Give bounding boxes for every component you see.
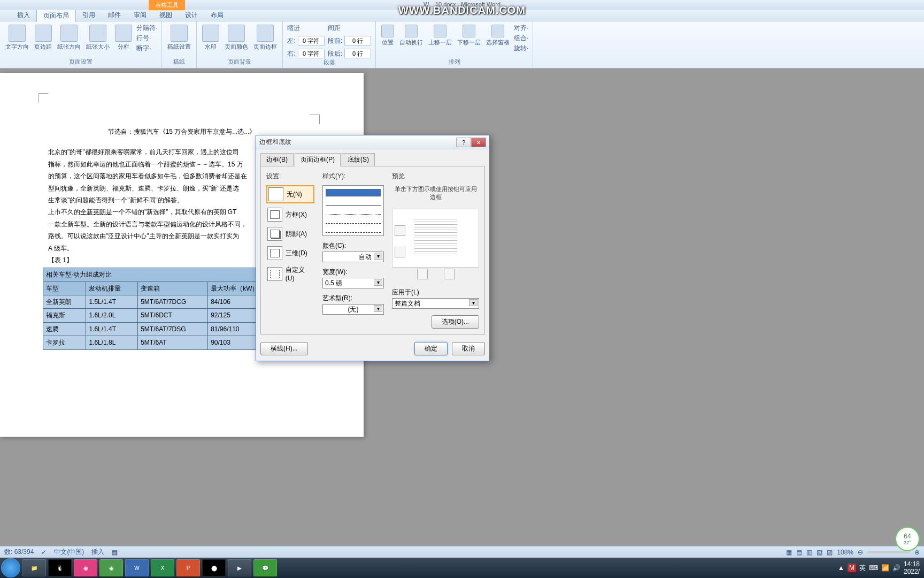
task-app2[interactable]: ◉ <box>99 559 123 576</box>
close-button[interactable]: × <box>471 138 486 147</box>
start-button[interactable] <box>1 558 20 577</box>
tab-review[interactable]: 审阅 <box>127 9 153 21</box>
task-excel[interactable]: X <box>151 559 174 576</box>
task-explorer[interactable]: 📁 <box>22 559 46 576</box>
setting-custom[interactable]: 自定义(U) <box>266 264 314 283</box>
btn-send-backward[interactable]: 下移一层 <box>456 24 482 48</box>
btn-size[interactable]: 纸张大小 <box>85 24 111 52</box>
tray-network-icon[interactable]: 📶 <box>881 564 889 572</box>
options-button[interactable]: 选项(O)... <box>432 315 479 329</box>
btn-text-direction[interactable]: 文字方向 <box>4 24 30 52</box>
spacing-before[interactable] <box>344 36 371 45</box>
color-combo[interactable]: 自动 <box>322 252 384 262</box>
insert-mode[interactable]: 插入 <box>91 547 104 557</box>
btn-line-numbers[interactable]: 行号· <box>136 34 157 43</box>
view-draft[interactable]: ▨ <box>827 549 833 556</box>
language[interactable]: 中文(中国) <box>54 547 84 557</box>
art-combo[interactable]: (无) <box>322 304 384 315</box>
borders-shading-dialog: 边框和底纹 ? × 边框(B) 页面边框(P) 底纹(S) 设置: 无(N) 方… <box>256 135 490 361</box>
indent-left[interactable] <box>298 36 325 45</box>
style-item[interactable] <box>326 207 381 215</box>
help-button[interactable]: ? <box>456 138 471 147</box>
style-item[interactable] <box>326 234 381 236</box>
macro-icon[interactable]: ▦ <box>112 549 118 556</box>
task-word[interactable]: W <box>125 559 149 576</box>
setting-none[interactable]: 无(N) <box>266 185 314 203</box>
preview-doc-icon <box>414 219 457 256</box>
style-item[interactable] <box>326 216 381 224</box>
tray-ime-icon[interactable]: 英 <box>859 564 866 573</box>
btn-group[interactable]: 组合· <box>514 34 528 43</box>
zoom-out[interactable]: ⊖ <box>858 549 863 556</box>
preview-label: 预览 <box>392 172 479 181</box>
setting-box[interactable]: 方框(X) <box>266 207 314 223</box>
ok-button[interactable]: 确定 <box>414 342 448 355</box>
btn-hyphenation[interactable]: 断字· <box>136 44 157 53</box>
btn-columns[interactable]: 分栏 <box>114 24 133 52</box>
style-item[interactable] <box>326 198 381 206</box>
task-wechat[interactable]: 💬 <box>253 559 277 576</box>
tab-references[interactable]: 引用 <box>76 9 102 21</box>
tab-view[interactable]: 视图 <box>153 9 179 21</box>
cancel-button[interactable]: 取消 <box>452 342 485 355</box>
spacing-after[interactable] <box>344 49 371 58</box>
tray-volume-icon[interactable]: 🔊 <box>892 564 900 572</box>
tab-borders[interactable]: 边框(B) <box>260 153 294 166</box>
tab-shading[interactable]: 底纹(S) <box>342 153 375 166</box>
btn-page-color[interactable]: 页面颜色 <box>224 24 249 52</box>
task-qq[interactable]: 🐧 <box>48 559 72 576</box>
preview-border-left[interactable] <box>417 269 428 279</box>
group-manuscript: 稿纸设置 稿纸 <box>162 21 197 68</box>
width-combo[interactable]: 0.5 磅 <box>322 278 384 288</box>
tab-page-border[interactable]: 页面边框(P) <box>295 153 341 166</box>
btn-breaks[interactable]: 分隔符· <box>136 24 157 33</box>
zoom-slider[interactable] <box>867 551 910 553</box>
view-web[interactable]: ▥ <box>806 549 812 556</box>
btn-align[interactable]: 对齐· <box>514 24 528 33</box>
view-print[interactable]: ▦ <box>786 549 792 556</box>
tray-m-icon[interactable]: M <box>848 564 856 572</box>
btn-position[interactable]: 位置 <box>380 24 395 48</box>
tab-insert[interactable]: 插入 <box>11 9 36 21</box>
task-app1[interactable]: ◉ <box>74 559 97 576</box>
tab-design[interactable]: 设计 <box>179 9 204 21</box>
zoom-in[interactable]: ⊕ <box>914 549 920 556</box>
proofing-icon[interactable]: ✓ <box>41 549 47 556</box>
preview-border-top[interactable] <box>395 225 405 236</box>
btn-orientation[interactable]: 纸张方向 <box>56 24 82 52</box>
style-item[interactable] <box>326 189 381 196</box>
btn-wrap[interactable]: 自动换行 <box>398 24 424 48</box>
preview-border-right[interactable] <box>444 269 455 279</box>
btn-rotate[interactable]: 旋转· <box>514 44 528 53</box>
tray-time[interactable]: 14:18 <box>904 560 920 568</box>
style-listbox[interactable] <box>322 185 384 236</box>
btn-bring-forward[interactable]: 上移一层 <box>427 24 453 48</box>
tray-keyboard-icon[interactable]: ⌨ <box>869 564 878 572</box>
tray-date[interactable]: 2022/ <box>904 568 920 575</box>
btn-watermark[interactable]: 水印 <box>201 24 220 52</box>
apply-combo[interactable]: 整篇文档 <box>392 298 479 309</box>
hline-button[interactable]: 横线(H)... <box>260 342 308 355</box>
tab-layout[interactable]: 布局 <box>204 9 230 21</box>
view-reading[interactable]: ▤ <box>796 549 802 556</box>
style-item[interactable] <box>326 225 381 233</box>
zoom-level[interactable]: 108% <box>837 549 853 556</box>
indent-right[interactable] <box>298 49 325 58</box>
perf-gauge[interactable]: 64 37° <box>895 527 920 551</box>
task-player[interactable]: ▶ <box>228 559 251 576</box>
tab-page-layout[interactable]: 页面布局 <box>36 9 76 22</box>
btn-selection-pane[interactable]: 选择窗格 <box>485 24 511 48</box>
btn-margins[interactable]: 页边距 <box>33 24 53 52</box>
btn-page-borders[interactable]: 页面边框 <box>252 24 278 52</box>
task-record[interactable]: ⬤ <box>202 559 226 576</box>
word-count[interactable]: 数: 63/394 <box>4 547 34 557</box>
dialog-titlebar[interactable]: 边框和底纹 ? × <box>256 135 489 149</box>
setting-3d[interactable]: 三维(D) <box>266 245 314 261</box>
setting-shadow[interactable]: 阴影(A) <box>266 226 314 242</box>
task-ppt[interactable]: P <box>176 559 200 576</box>
tab-mail[interactable]: 邮件 <box>102 9 127 21</box>
tray-icon[interactable]: ▲ <box>838 564 844 572</box>
btn-manuscript[interactable]: 稿纸设置 <box>166 24 192 52</box>
view-outline[interactable]: ▧ <box>817 549 822 556</box>
preview-border-bottom[interactable] <box>395 247 405 257</box>
